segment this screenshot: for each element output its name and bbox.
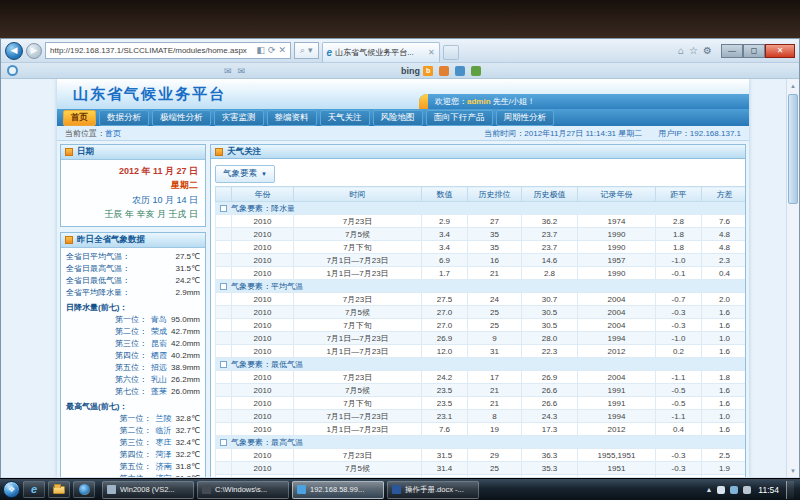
nav-item-1[interactable]: 首页: [63, 110, 96, 126]
station-name[interactable]: 济南: [155, 461, 171, 473]
home-icon[interactable]: ⌂: [678, 45, 684, 56]
table-section-row[interactable]: 气象要素：平均气温: [216, 280, 747, 293]
favorites-star-icon[interactable]: ☆: [689, 45, 698, 56]
mail-icon[interactable]: ✉: [224, 66, 232, 76]
station-name[interactable]: 乳山: [151, 374, 167, 386]
vertical-scrollbar[interactable]: ▲ ▼: [786, 79, 799, 477]
close-button[interactable]: ✕: [765, 44, 795, 58]
table-row[interactable]: 20107月下旬3.43523.719901.84.8: [216, 241, 747, 254]
table-row[interactable]: 20107月23日2.92736.219742.87.6: [216, 215, 747, 228]
app-icon-3[interactable]: [471, 66, 481, 76]
table-row[interactable]: 20107月5候3.43523.719901.84.8: [216, 228, 747, 241]
mail-send-icon[interactable]: ✉: [238, 66, 246, 76]
table-row[interactable]: 20107月1日—7月23日26.9928.01994-1.01.0: [216, 332, 747, 345]
table-row[interactable]: 20107月23日31.52936.31955,1951-0.32.5: [216, 449, 747, 462]
tray-expand-icon[interactable]: ▲: [705, 486, 712, 493]
station-name[interactable]: 兰陵: [155, 413, 171, 425]
scroll-up-icon[interactable]: ▲: [787, 79, 799, 92]
nav-item-8[interactable]: 面向下行产品: [426, 110, 493, 126]
table-section-row[interactable]: 气象要素：降水量: [216, 202, 747, 215]
table-cell: 1.6: [702, 384, 747, 397]
station-name[interactable]: 枣庄: [155, 437, 171, 449]
station-name[interactable]: 昆嵛: [151, 338, 167, 350]
rank-value: 42.7mm: [171, 326, 200, 338]
tools-gear-icon[interactable]: ⚙: [703, 45, 712, 56]
taskbar-window-1[interactable]: Win2008 (VS2...: [102, 481, 194, 499]
station-name[interactable]: 菏泽: [155, 449, 171, 461]
table-row[interactable]: 20101月1日—7月23日7.61917.320120.41.6: [216, 423, 747, 436]
address-bar[interactable]: http://192.168.137.1/SLCCLIMATE/modules/…: [45, 42, 291, 59]
nav-item-3[interactable]: 极端性分析: [152, 110, 211, 126]
table-row[interactable]: 20107月下旬27.02530.52004-0.31.6: [216, 319, 747, 332]
expand-icon[interactable]: [220, 205, 227, 212]
back-button[interactable]: ◀: [5, 42, 23, 60]
app-icon-2[interactable]: [455, 66, 465, 76]
table-cell: -0.3: [656, 319, 702, 332]
table-row[interactable]: 20107月下旬23.52126.61991-0.51.6: [216, 397, 747, 410]
station-name[interactable]: 蓬莱: [151, 386, 167, 398]
station-name[interactable]: 济宁: [155, 473, 171, 477]
table-row[interactable]: 20107月5候27.02530.52004-0.31.6: [216, 306, 747, 319]
network-icon[interactable]: [730, 486, 738, 494]
table-cell: 21: [468, 397, 522, 410]
rank-label: 第二位：: [119, 425, 151, 437]
table-row[interactable]: 20107月5候31.42535.31951-0.31.9: [216, 462, 747, 475]
taskbar-window-3[interactable]: 192.168.58.99...: [292, 481, 384, 499]
clock[interactable]: 11:54: [756, 485, 781, 495]
table-row[interactable]: 20101月1日—7月23日1.7212.81990-0.10.4: [216, 267, 747, 280]
quicklaunch-media-icon[interactable]: [73, 481, 95, 498]
show-desktop-button[interactable]: [786, 481, 794, 499]
nav-item-9[interactable]: 周期性分析: [496, 110, 555, 126]
table-row[interactable]: 20107月5候23.52126.61991-0.51.6: [216, 384, 747, 397]
volume-icon[interactable]: [743, 486, 751, 494]
table-cell: 1.8: [656, 241, 702, 254]
station-name[interactable]: 招远: [151, 362, 167, 374]
minimize-button[interactable]: —: [721, 44, 743, 58]
table-row[interactable]: 20107月1日—7月23日6.91614.61957-1.02.3: [216, 254, 747, 267]
station-name[interactable]: 临沂: [155, 425, 171, 437]
compatibility-icon[interactable]: ◧: [256, 46, 265, 55]
terminal-icon: [202, 485, 211, 494]
table-row[interactable]: 20107月下旬31.42535.31951-0.31.9: [216, 475, 747, 478]
browser-tab[interactable]: e 山东省气候业务平台... ✕: [322, 42, 440, 62]
table-row[interactable]: 20107月1日—7月23日23.1824.31994-1.11.0: [216, 410, 747, 423]
station-name[interactable]: 栖霞: [151, 350, 167, 362]
forward-button[interactable]: ▶: [26, 43, 42, 59]
action-center-icon[interactable]: [717, 486, 725, 494]
station-name[interactable]: 青岛: [151, 314, 167, 326]
bing-logo[interactable]: bing b: [401, 66, 433, 76]
table-section-row[interactable]: 气象要素：最高气温: [216, 436, 747, 449]
nav-item-5[interactable]: 整编资料: [267, 110, 317, 126]
taskbar-window-4[interactable]: 操作手册.docx -...: [387, 481, 479, 499]
table-cell: 2.5: [702, 449, 747, 462]
table-section-row[interactable]: 气象要素：最低气温: [216, 358, 747, 371]
scroll-thumb[interactable]: [788, 94, 798, 204]
expand-icon[interactable]: [220, 361, 227, 368]
station-name[interactable]: 荣成: [151, 326, 167, 338]
expand-icon[interactable]: [220, 439, 227, 446]
nav-item-7[interactable]: 风险地图: [373, 110, 423, 126]
weather-table: 年份时间数值历史排位历史极值记录年份距平方差 气象要素：降水量20107月23日…: [215, 186, 746, 477]
tab-close-icon[interactable]: ✕: [428, 48, 435, 57]
scroll-down-icon[interactable]: ▼: [787, 464, 799, 477]
nav-item-6[interactable]: 天气关注: [320, 110, 370, 126]
refresh-icon[interactable]: ⟳: [268, 46, 276, 55]
table-row[interactable]: 20107月23日27.52430.72004-0.72.0: [216, 293, 747, 306]
table-row[interactable]: 20107月23日24.21726.92004-1.11.8: [216, 371, 747, 384]
browser-badge-icon[interactable]: [7, 65, 18, 76]
taskbar-window-2[interactable]: C:\Windows\s...: [197, 481, 289, 499]
search-button[interactable]: ⌕ ▾: [294, 42, 319, 59]
quicklaunch-ie-icon[interactable]: e: [23, 481, 45, 498]
breadcrumb-page-link[interactable]: 首页: [105, 129, 121, 138]
element-filter-button[interactable]: 气象要素 ▼: [215, 165, 275, 183]
start-button[interactable]: ❖: [3, 481, 20, 498]
nav-item-2[interactable]: 数据分析: [99, 110, 149, 126]
quicklaunch-explorer-icon[interactable]: [48, 481, 70, 498]
new-tab-button[interactable]: [443, 45, 459, 60]
stop-icon[interactable]: ✕: [278, 46, 286, 55]
maximize-button[interactable]: ◻: [743, 44, 765, 58]
app-icon-1[interactable]: [439, 66, 449, 76]
expand-icon[interactable]: [220, 283, 227, 290]
table-row[interactable]: 20101月1日—7月23日12.03122.320120.21.6: [216, 345, 747, 358]
nav-item-4[interactable]: 灾害监测: [214, 110, 264, 126]
